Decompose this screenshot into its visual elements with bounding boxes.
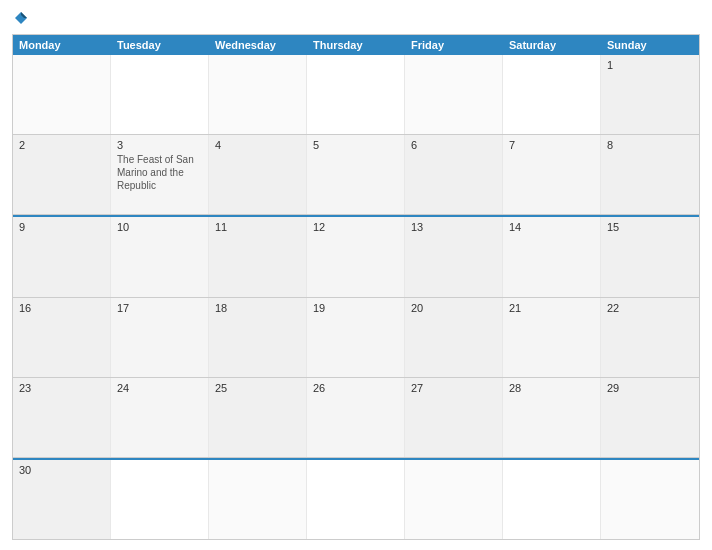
logo [12,10,29,26]
day-cell: 16 [13,298,111,377]
week-row-2: 9101112131415 [13,215,699,297]
day-cell: 4 [209,135,307,214]
day-cell: 8 [601,135,699,214]
day-cell [405,55,503,134]
day-cell: 11 [209,217,307,296]
week-row-1: 23The Feast of San Marino and the Republ… [13,135,699,215]
day-number: 4 [215,139,300,151]
day-number: 1 [607,59,693,71]
day-number: 28 [509,382,594,394]
day-cell: 20 [405,298,503,377]
day-cell: 25 [209,378,307,457]
day-number: 6 [411,139,496,151]
day-number: 29 [607,382,693,394]
day-headers-row: MondayTuesdayWednesdayThursdayFridaySatu… [13,35,699,55]
day-cell [111,460,209,539]
day-header-sunday: Sunday [601,35,699,55]
week-row-5: 30 [13,458,699,539]
day-cell: 6 [405,135,503,214]
day-number: 30 [19,464,104,476]
day-number: 22 [607,302,693,314]
day-number: 27 [411,382,496,394]
day-cell: 15 [601,217,699,296]
day-number: 15 [607,221,693,233]
day-cell [307,55,405,134]
day-cell: 12 [307,217,405,296]
day-cell: 13 [405,217,503,296]
day-header-monday: Monday [13,35,111,55]
day-cell: 9 [13,217,111,296]
day-cell [111,55,209,134]
day-cell [503,460,601,539]
day-cell: 30 [13,460,111,539]
logo-icon [13,10,29,26]
day-cell: 23 [13,378,111,457]
day-cell: 1 [601,55,699,134]
day-event: The Feast of San Marino and the Republic [117,153,202,192]
day-cell: 10 [111,217,209,296]
day-header-friday: Friday [405,35,503,55]
day-cell: 14 [503,217,601,296]
day-number: 18 [215,302,300,314]
day-cell: 26 [307,378,405,457]
day-number: 9 [19,221,104,233]
day-number: 12 [313,221,398,233]
day-number: 7 [509,139,594,151]
day-number: 26 [313,382,398,394]
day-number: 13 [411,221,496,233]
day-number: 3 [117,139,202,151]
day-number: 20 [411,302,496,314]
day-number: 23 [19,382,104,394]
calendar: MondayTuesdayWednesdayThursdayFridaySatu… [12,34,700,540]
day-number: 5 [313,139,398,151]
day-number: 10 [117,221,202,233]
day-number: 8 [607,139,693,151]
day-number: 21 [509,302,594,314]
weeks-container: 123The Feast of San Marino and the Repub… [13,55,699,539]
day-number: 24 [117,382,202,394]
week-row-0: 1 [13,55,699,135]
day-number: 11 [215,221,300,233]
day-cell [13,55,111,134]
day-cell: 28 [503,378,601,457]
day-cell: 29 [601,378,699,457]
day-number: 17 [117,302,202,314]
day-cell: 5 [307,135,405,214]
week-row-3: 16171819202122 [13,298,699,378]
day-number: 19 [313,302,398,314]
day-header-saturday: Saturday [503,35,601,55]
day-number: 16 [19,302,104,314]
day-cell: 21 [503,298,601,377]
day-cell: 24 [111,378,209,457]
day-cell: 17 [111,298,209,377]
day-cell [601,460,699,539]
day-cell: 27 [405,378,503,457]
day-header-tuesday: Tuesday [111,35,209,55]
day-cell: 18 [209,298,307,377]
day-cell [209,55,307,134]
day-cell: 2 [13,135,111,214]
day-number: 25 [215,382,300,394]
day-header-wednesday: Wednesday [209,35,307,55]
day-cell [209,460,307,539]
day-number: 2 [19,139,104,151]
day-cell: 3The Feast of San Marino and the Republi… [111,135,209,214]
week-row-4: 23242526272829 [13,378,699,458]
day-cell [405,460,503,539]
day-cell [503,55,601,134]
day-cell: 19 [307,298,405,377]
day-number: 14 [509,221,594,233]
day-cell: 22 [601,298,699,377]
calendar-header [12,10,700,26]
day-cell [307,460,405,539]
day-cell: 7 [503,135,601,214]
day-header-thursday: Thursday [307,35,405,55]
